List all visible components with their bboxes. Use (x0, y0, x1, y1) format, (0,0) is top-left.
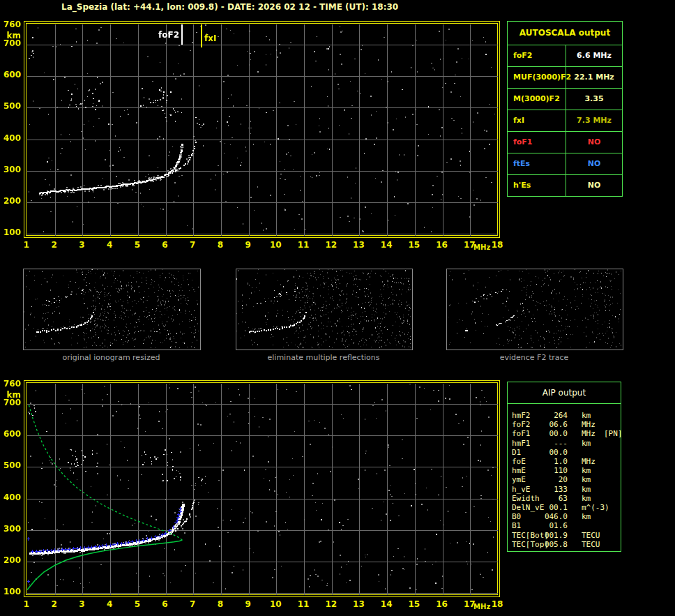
x-tick-label: 3 (75, 240, 89, 250)
parameter-name: hmE (512, 466, 526, 475)
x-tick-label: 16 (435, 240, 449, 250)
panel-canvas (24, 269, 199, 348)
parameter-value: 110 (538, 466, 568, 475)
parameter-name: foF1 (512, 429, 531, 438)
aip-row-hme: hmE110km (508, 466, 621, 475)
aip-row-ewidth: Ewidth63km (508, 494, 621, 503)
parameter-name: foF2 (512, 420, 531, 429)
x-tick-label: 9 (241, 599, 255, 609)
x-tick-label: 4 (103, 599, 116, 609)
x-tick-label: 2 (47, 599, 61, 609)
aip-row-hmf2: hmF2264km (508, 411, 621, 420)
x-tick-label: 10 (268, 240, 282, 250)
x-tick-label: 7 (185, 240, 199, 250)
y-tick-label: 400 (0, 493, 21, 502)
station-date-title: La_Spezia (lat: +44.1, lon: 009.8) - DAT… (61, 2, 398, 12)
autoscala-row-fof1: foF1NO (508, 131, 622, 153)
parameter-value: 005.8 (538, 540, 568, 549)
parameter-unit: MHz (582, 429, 596, 438)
autoscala-row-m-3000-f2: M(3000)F23.35 (508, 88, 622, 110)
x-tick-label: 12 (324, 240, 338, 250)
ionogram-canvas-top (27, 24, 498, 236)
parameter-value: NO (566, 175, 622, 196)
parameter-value: 264 (538, 411, 568, 420)
y-tick-label: 400 (0, 133, 21, 143)
x-tick-label: 14 (379, 599, 393, 609)
y-tick-label: 600 (0, 429, 21, 439)
ionogram-plot-bottom (24, 380, 500, 597)
panel-canvas (236, 269, 411, 348)
parameter-value: 00.0 (538, 448, 568, 457)
x-tick-label: 18 (490, 599, 504, 609)
parameter-value: 00.1 (538, 503, 568, 512)
parameter-value: 3.35 (566, 89, 622, 110)
aip-row-yme: ymE20km (508, 475, 621, 484)
autoscala-row-h-es: h'EsNO (508, 174, 622, 196)
panel-caption-eliminate: eliminate multiple reflections (236, 353, 411, 362)
parameter-name: M(3000)F2 (508, 89, 566, 110)
parameter-value: 7.3 MHz (566, 110, 622, 131)
parameter-unit: km (582, 485, 591, 494)
autoscala-output-table: AUTOSCALA output foF26.6 MHzMUF(3000)F22… (507, 21, 623, 197)
x-tick-label: 3 (75, 599, 89, 609)
parameter-name: B0 (512, 512, 521, 521)
x-tick-label: 6 (158, 599, 172, 609)
autoscala-row-fxi: fxI7.3 MHz (508, 110, 622, 131)
parameter-name: h_vE (512, 485, 531, 494)
y-tick-label: 500 (0, 101, 21, 111)
x-tick-label: 15 (407, 240, 421, 250)
parameter-value: 06.6 (538, 420, 568, 429)
parameter-value: NO (566, 153, 622, 174)
y-tick-label: 300 (0, 524, 21, 534)
y-tick-label: 760 (0, 20, 21, 29)
fxi-marker-label: fxI (204, 33, 216, 43)
aip-row-deln-ve: DelN_vE00.1m^(-3) (508, 503, 621, 512)
autoscala-window: La_Spezia (lat: +44.1, lon: 009.8) - DAT… (0, 0, 675, 616)
x-tick-label: 16 (435, 599, 449, 609)
x-tick-label: 5 (130, 599, 144, 609)
x-tick-label: 13 (351, 599, 365, 609)
aip-row-fof1: foF100.0MHz[PN] (508, 429, 621, 438)
autoscala-row-ftes: ftEsNO (508, 153, 622, 174)
parameter-name: foF1 (508, 132, 566, 153)
parameter-unit: TECU (582, 540, 600, 549)
aip-row-hmf1: hmF1---km (508, 439, 621, 448)
parameter-name: B1 (512, 521, 521, 530)
panel-caption-original: original ionogram resized (23, 353, 199, 362)
parameter-value: 63 (538, 494, 568, 503)
parameter-name: hmF1 (512, 439, 531, 448)
y-tick-label: 100 (0, 587, 21, 596)
x-tick-label: 10 (268, 599, 282, 609)
panel-caption-evidence: evidence F2 trace (446, 353, 622, 362)
ionogram-canvas-bottom (27, 384, 498, 595)
x-tick-label: 9 (241, 240, 255, 250)
parameter-value: 20 (538, 475, 568, 484)
parameter-name: MUF(3000)F2 (508, 67, 566, 88)
x-tick-label: 8 (213, 240, 227, 250)
aip-row-b1: B101.6 (508, 521, 621, 530)
aip-row-b0: B0046.0km (508, 512, 621, 521)
ionogram-plot-top: foF2 fxI (24, 21, 500, 238)
parameter-name: foF2 (508, 45, 566, 66)
aip-row-fof2: foF206.6MHz (508, 420, 621, 429)
aip-output-table: AIP output hmF2264kmfoF206.6MHzfoF100.0M… (507, 382, 621, 552)
y-tick-label: 500 (0, 460, 21, 470)
autoscala-table-header: AUTOSCALA output (508, 22, 622, 45)
parameter-unit: TECU (582, 531, 600, 540)
fof2-marker-label: foF2 (149, 30, 179, 40)
parameter-value: 001.9 (538, 531, 568, 540)
panel-evidence-f2-trace (446, 269, 623, 350)
aip-row-tec-bot-: TEC[Bot]001.9TECU (508, 531, 621, 540)
x-tick-label: 6 (158, 240, 172, 250)
parameter-unit: km (582, 411, 591, 420)
autoscala-row-muf-3000-f2: MUF(3000)F222.1 MHz (508, 66, 622, 88)
x-tick-label: 7 (185, 599, 199, 609)
parameter-name: hmF2 (512, 411, 531, 420)
x-tick-label: 1 (20, 599, 33, 609)
parameter-flag: [PN] (604, 429, 623, 438)
autoscala-table-rows: foF26.6 MHzMUF(3000)F222.1 MHzM(3000)F23… (508, 45, 622, 196)
parameter-value: 046.0 (538, 512, 568, 521)
x-axis-unit-label: MHz (473, 243, 491, 251)
parameter-name: ymE (512, 475, 526, 484)
parameter-value: 01.6 (538, 521, 568, 530)
